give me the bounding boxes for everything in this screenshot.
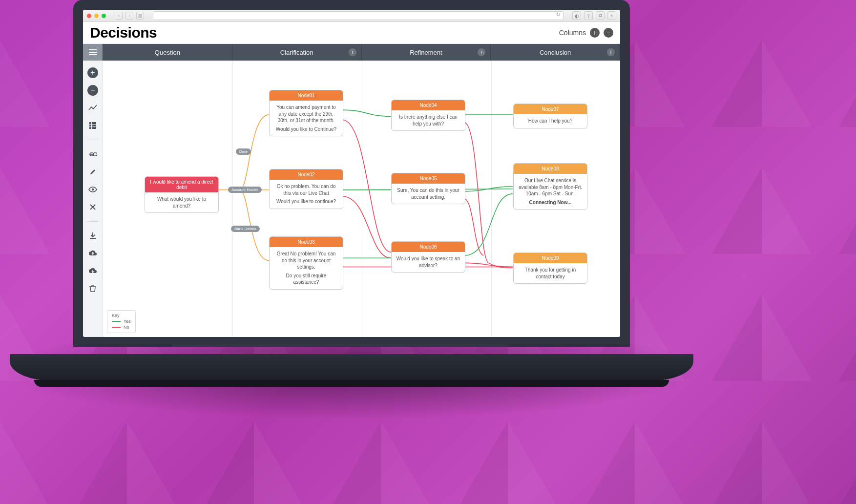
cloud-upload-icon[interactable] <box>87 248 98 259</box>
column-label: Clarification <box>280 49 313 56</box>
legend-swatch-no <box>112 327 121 328</box>
column-header-question: Question <box>103 44 232 61</box>
node-header: Node01 <box>270 90 343 101</box>
edit-icon[interactable] <box>87 167 98 177</box>
flow-canvas[interactable]: Date Account Holder Bank Details I would… <box>103 61 620 337</box>
svg-rect-1 <box>92 122 94 124</box>
line-chart-icon[interactable] <box>87 103 98 113</box>
add-column-button[interactable]: + <box>590 28 600 38</box>
node-text: Would you like to continue? <box>273 198 339 205</box>
node-02[interactable]: Node02 Ok no problem. You can do this vi… <box>269 169 343 209</box>
sidebar-toggle-icon[interactable]: ▥ <box>136 12 144 20</box>
node-header: Node09 <box>514 253 587 263</box>
node-text: Our Live Chat service is available 8am -… <box>518 177 583 197</box>
edge-label: Bank Details <box>231 226 260 232</box>
node-01[interactable]: Node01 You can amend payment to any date… <box>269 90 343 136</box>
node-header: Node07 <box>514 104 587 114</box>
link-icon[interactable] <box>87 149 98 160</box>
add-node-button[interactable]: + <box>478 48 485 56</box>
node-body: Would you like to speak to an advisor? <box>392 252 465 272</box>
node-question[interactable]: I would like to amend a direct debit Wha… <box>145 176 219 213</box>
legend-swatch-yes <box>112 321 121 322</box>
node-body: Is there anything else I can help you wi… <box>392 110 465 130</box>
page-title: Decisions <box>90 24 157 41</box>
node-header: I would like to amend a direct debit <box>145 177 218 192</box>
node-header: Node03 <box>270 237 343 247</box>
svg-rect-2 <box>94 122 96 124</box>
node-body: Our Live Chat service is available 8am -… <box>514 174 587 209</box>
window-zoom-icon[interactable] <box>102 14 106 18</box>
add-node-button[interactable]: + <box>607 48 615 56</box>
node-body: Ok no problem. You can do this via our L… <box>270 180 343 209</box>
node-body: You can amend payment to any date except… <box>270 101 343 136</box>
column-header-clarification: Clarification + <box>232 44 362 61</box>
node-06[interactable]: Node06 Would you like to speak to an adv… <box>391 241 465 273</box>
node-text: Great No problem! You can do this in you… <box>273 251 339 271</box>
cloud-download-icon[interactable] <box>87 266 98 276</box>
node-text: Ok no problem. You can do this via our L… <box>273 183 339 196</box>
remove-column-button[interactable]: − <box>604 28 613 38</box>
node-09[interactable]: Node09 Thank you for getting in contact … <box>513 252 587 284</box>
svg-rect-5 <box>94 125 96 126</box>
node-text: Would you like to Continue? <box>273 126 339 133</box>
legend-label: No <box>124 325 129 330</box>
download-icon[interactable] <box>87 231 98 241</box>
nav-back-button[interactable]: ‹ <box>115 12 123 20</box>
close-icon[interactable] <box>87 202 98 212</box>
node-03[interactable]: Node03 Great No problem! You can do this… <box>269 236 343 290</box>
column-headers: Question Clarification + Refinement + Co… <box>83 44 620 61</box>
edge-label: Date <box>236 148 251 155</box>
window-minimize-icon[interactable] <box>94 14 99 18</box>
trash-icon[interactable] <box>87 283 98 294</box>
node-text: You can amend payment to any date except… <box>273 104 339 124</box>
column-label: Refinement <box>410 49 442 56</box>
add-node-button[interactable]: + <box>349 48 356 56</box>
node-header: Node02 <box>270 169 343 180</box>
node-07[interactable]: Node07 How can I help you? <box>513 104 587 128</box>
column-label: Conclusion <box>540 49 571 56</box>
columns-label: Columns <box>559 29 586 37</box>
tool-sidebar: + − <box>83 61 103 337</box>
svg-rect-3 <box>89 125 91 126</box>
eye-icon[interactable] <box>87 184 98 195</box>
svg-rect-7 <box>92 127 94 129</box>
browser-chrome: ‹ › ▥ ◐ ⇪ ⧉ + <box>83 10 620 22</box>
column-header-refinement: Refinement + <box>362 44 491 61</box>
node-header: Node08 <box>514 164 587 174</box>
zoom-in-button[interactable]: + <box>87 67 98 78</box>
address-bar[interactable] <box>153 11 564 20</box>
svg-rect-0 <box>89 122 91 124</box>
reader-icon[interactable]: ◐ <box>572 11 581 20</box>
svg-rect-8 <box>94 127 96 129</box>
hamburger-icon <box>89 49 97 55</box>
node-header: Node05 <box>392 173 465 184</box>
column-label: Question <box>155 49 180 56</box>
node-header: Node04 <box>392 100 465 110</box>
node-05[interactable]: Node05 Sure, You can do this in your acc… <box>391 173 465 204</box>
svg-point-9 <box>92 189 94 190</box>
app-header: Decisions Columns + − <box>83 22 620 44</box>
svg-rect-4 <box>92 125 94 126</box>
tabs-icon[interactable]: ⧉ <box>596 11 605 20</box>
node-text: Connecting Now... <box>529 200 572 205</box>
nav-forward-button[interactable]: › <box>125 12 133 20</box>
legend-title: Key <box>112 313 131 318</box>
node-body: Sure, You can do this in your account se… <box>392 184 465 204</box>
zoom-out-button[interactable]: − <box>87 85 98 96</box>
legend: Key Yes No <box>107 310 136 333</box>
node-04[interactable]: Node04 Is there anything else I can help… <box>391 100 465 131</box>
column-header-conclusion: Conclusion + <box>491 44 620 61</box>
node-text: Do you still require assistance? <box>273 273 339 286</box>
share-icon[interactable]: ⇪ <box>584 11 593 20</box>
node-header: Node06 <box>392 242 465 252</box>
node-body: Great No problem! You can do this in you… <box>270 247 343 289</box>
edge-label: Account Holder <box>228 187 262 193</box>
window-close-icon[interactable] <box>87 14 91 18</box>
hamburger-menu-button[interactable] <box>83 44 103 61</box>
node-08[interactable]: Node08 Our Live Chat service is availabl… <box>513 163 587 210</box>
grid-icon[interactable] <box>87 120 98 131</box>
new-tab-icon[interactable]: + <box>607 11 616 20</box>
legend-label: Yes <box>124 319 131 324</box>
node-body: What would you like to amend? <box>145 192 218 212</box>
node-body: How can I help you? <box>514 114 587 128</box>
